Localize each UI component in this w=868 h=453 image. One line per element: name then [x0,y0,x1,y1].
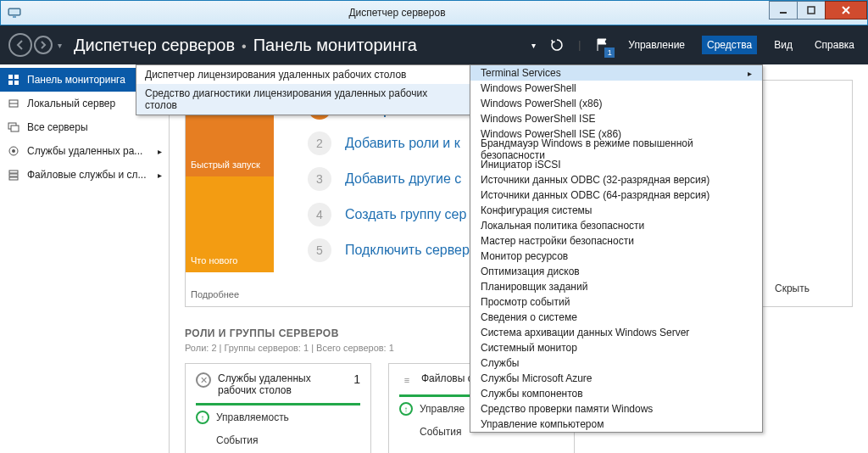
servers-icon [7,120,20,134]
nav-back-button[interactable] [8,33,32,57]
nav-remote-desktop-services[interactable]: Службы удаленных ра... ▸ [0,139,169,163]
left-nav: Панель мониторинга Локальный сервер Все … [0,64,170,453]
tools-menu-item[interactable]: Windows PowerShell [470,81,762,96]
menu-help[interactable]: Справка [810,36,860,54]
minimize-button[interactable] [769,1,798,20]
role-card-rds[interactable]: ✕ Службы удаленных рабочих столов 1 ↑Упр… [185,363,371,453]
svg-rect-9 [8,81,13,85]
svg-rect-7 [8,75,13,79]
nav-all-servers[interactable]: Все серверы [0,115,169,139]
role-row-label: События [420,426,462,438]
role-row-manageability[interactable]: ↑Управляемость [196,405,360,429]
submenu-arrow-icon: ▸ [748,69,752,78]
tools-menu-item[interactable]: Terminal Services▸ [470,65,762,81]
role-icon: ✕ [196,372,211,388]
menu-view[interactable]: Вид [769,36,798,54]
chevron-right-icon: ▸ [158,171,162,180]
nav-label: Панель мониторинга [27,74,125,86]
nav-label: Службы удаленных ра... [27,145,142,157]
welcome-whatsnew-label: Что нового [191,255,237,266]
arrow-up-icon: ↑ [196,411,209,424]
menu-item-rd-licensing-manager[interactable]: Диспетчер лицензирования удаленных рабоч… [136,65,470,84]
close-button[interactable] [825,1,867,20]
terminal-services-submenu: Диспетчер лицензирования удаленных рабоч… [136,64,470,115]
app-icon [4,3,25,23]
welcome-learnmore-tab[interactable]: Подробнее [186,272,274,306]
tools-dropdown-menu: Terminal Services▸Windows PowerShellWind… [470,64,763,433]
svg-rect-10 [14,81,19,85]
tools-menu-item[interactable]: Оптимизация дисков [470,264,762,279]
tools-menu-item[interactable]: Управление компьютером [470,417,762,432]
tools-menu-item[interactable]: Система архивации данных Windows Server [470,325,762,340]
breadcrumb-root[interactable]: Диспетчер серверов [74,36,235,55]
nav-label: Файловые службы и сл... [27,169,147,181]
welcome-step-label: Создать группу сер [345,207,466,222]
rds-icon [7,144,20,158]
svg-rect-2 [13,16,16,18]
welcome-step-label: Добавить роли и к [345,136,460,151]
notifications-badge: 1 [604,48,615,58]
role-row-label: Управляе [420,403,465,415]
tools-menu-item[interactable]: Источники данных ODBC (32-разрядная верс… [470,172,762,187]
svg-rect-17 [9,171,18,173]
tools-menu-item[interactable]: Источники данных ODBC (64-разрядная верс… [470,187,762,203]
role-icon: ≡ [399,372,415,388]
dashboard-icon [7,73,20,87]
header-dropdown-icon[interactable]: ▾ [531,41,536,50]
welcome-step-label: Подключить сервер [345,243,470,258]
menu-item-rd-licensing-diagnoser[interactable]: Средство диагностики лицензирования удал… [136,84,470,115]
tools-menu-item[interactable]: Windows PowerShell (x86) [470,96,762,111]
tools-menu-item[interactable]: Брандмауэр Windows в режиме повышенной б… [470,142,762,157]
welcome-whatsnew-tab[interactable]: Что нового [186,176,274,272]
nav-label: Все серверы [27,121,88,133]
nav-label: Локальный сервер [27,98,115,109]
tools-menu-item[interactable]: Службы компонентов [470,386,762,401]
window-title: Диспетчер серверов [25,7,770,19]
nav-dropdown-icon[interactable]: ▾ [58,41,62,50]
role-row-label: События [216,434,259,446]
svg-rect-4 [808,7,815,14]
role-title: Службы удаленных рабочих столов [218,372,347,396]
svg-rect-1 [9,9,19,14]
chevron-right-icon: ▸ [158,147,162,156]
svg-point-16 [12,149,15,153]
menu-manage[interactable]: Управление [623,36,690,54]
tools-menu-item[interactable]: Windows PowerShell ISE [470,111,762,126]
svg-rect-18 [9,174,18,176]
tools-menu-item[interactable]: Просмотр событий [470,294,762,310]
svg-rect-19 [9,177,18,180]
breadcrumb-separator-icon: • [242,39,247,54]
tools-menu-item[interactable]: Системный монитор [470,340,762,355]
welcome-learnmore-label: Подробнее [191,289,239,299]
menu-tools[interactable]: Средства [702,36,757,54]
files-icon [7,168,20,182]
hide-welcome-link[interactable]: Скрыть [775,282,810,294]
nav-file-services[interactable]: Файловые службы и сл... ▸ [0,163,169,187]
header-bar: ▾ Диспетчер серверов • Панель мониторинг… [0,25,868,64]
tools-menu-item[interactable]: Средство проверки памяти Windows [470,401,762,417]
breadcrumb: Диспетчер серверов • Панель мониторинга [74,36,417,55]
tools-menu-item[interactable]: Службы Microsoft Azure [470,371,762,386]
tools-menu-item[interactable]: Монитор ресурсов [470,249,762,264]
notifications-flag-icon[interactable]: 1 [593,36,611,54]
breadcrumb-page[interactable]: Панель мониторинга [253,36,417,55]
maximize-button[interactable] [797,1,826,20]
role-row-events[interactable]: События [196,429,360,451]
tools-menu-item[interactable]: Службы [470,355,762,371]
tools-menu-item[interactable]: Планировщик заданий [470,279,762,294]
window-titlebar: Диспетчер серверов [0,0,868,25]
nav-forward-button[interactable] [34,36,53,54]
tools-menu-item[interactable]: Мастер настройки безопасности [470,233,762,249]
welcome-step-label: Добавить другие с [345,171,461,187]
role-count: 1 [353,372,360,386]
svg-rect-8 [14,75,19,79]
refresh-icon[interactable] [548,36,566,54]
tools-menu-item[interactable]: Сведения о системе [470,310,762,325]
tools-menu-item[interactable]: Локальная политика безопасности [470,218,762,233]
role-row-label: Управляемость [216,411,289,423]
welcome-quickstart-label: Быстрый запуск [191,159,260,170]
server-icon [7,97,20,110]
arrow-up-icon: ↑ [399,402,413,416]
tools-menu-item[interactable]: Конфигурация системы [470,203,762,218]
svg-rect-14 [11,126,19,131]
